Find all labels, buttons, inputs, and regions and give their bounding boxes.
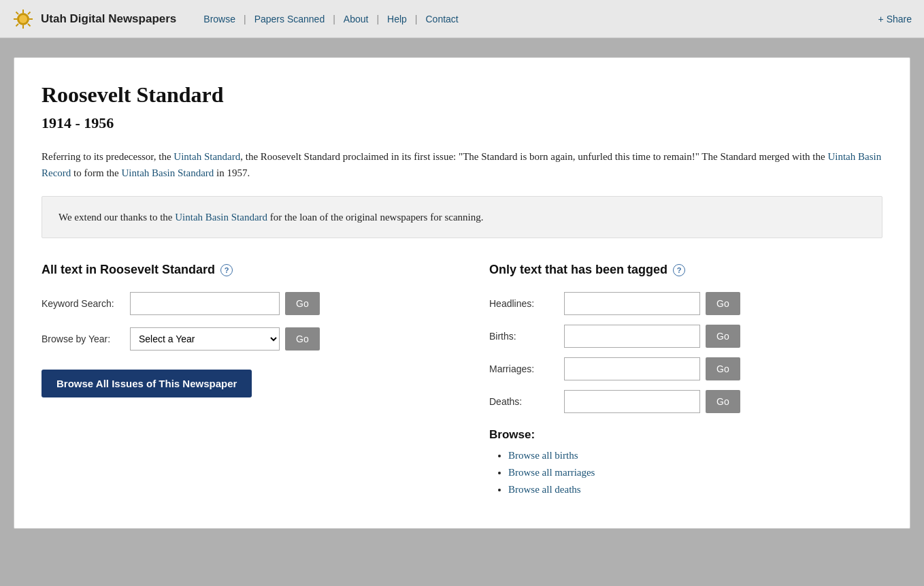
left-help-icon[interactable]: ? [220, 264, 233, 276]
marriages-row: Marriages: Go [489, 357, 882, 380]
deaths-label: Deaths: [489, 396, 564, 407]
year-row: Browse by Year: Select a Year 1914191519… [42, 327, 435, 351]
browse-marriages-link[interactable]: Browse all marriages [508, 467, 595, 478]
year-select[interactable]: Select a Year 19141915191619171918191919… [130, 327, 280, 351]
desc-part3: to form the [71, 167, 121, 178]
keyword-go-button[interactable]: Go [285, 292, 320, 315]
uintah-basin-standard-link1[interactable]: Uintah Basin Standard [121, 167, 214, 178]
newspaper-title: Roosevelt Standard [42, 82, 882, 108]
browse-list: Browse all births Browse all marriages B… [489, 450, 882, 495]
site-title: Utah Digital Newspapers [41, 12, 176, 26]
nav-browse[interactable]: Browse [197, 14, 242, 25]
deaths-row: Deaths: Go [489, 390, 882, 413]
headlines-go-button[interactable]: Go [706, 292, 740, 315]
year-label: Browse by Year: [42, 333, 130, 344]
browse-deaths-link[interactable]: Browse all deaths [508, 484, 581, 495]
headlines-label: Headlines: [489, 298, 564, 309]
nav-sep-2: | [331, 14, 337, 25]
nav-about[interactable]: About [337, 14, 376, 25]
site-header: Utah Digital Newspapers Browse | Papers … [0, 0, 924, 38]
right-section-title: Only text that has been tagged ? [489, 263, 882, 277]
logo-icon [12, 8, 34, 30]
newspaper-description: Referring to its predecessor, the Uintah… [42, 148, 882, 181]
marriages-go-button[interactable]: Go [706, 357, 740, 380]
nav-sep-1: | [242, 14, 248, 25]
births-row: Births: Go [489, 325, 882, 348]
nav-help[interactable]: Help [380, 14, 414, 25]
svg-point-1 [19, 15, 27, 23]
thanks-part1: We extend our thanks to the [59, 212, 175, 223]
list-item: Browse all deaths [508, 484, 882, 495]
marriages-label: Marriages: [489, 363, 564, 374]
year-go-button[interactable]: Go [285, 327, 320, 351]
svg-line-7 [28, 24, 31, 27]
deaths-input[interactable] [564, 390, 700, 413]
list-item: Browse all marriages [508, 467, 882, 478]
births-label: Births: [489, 331, 564, 342]
nav-contact[interactable]: Contact [419, 14, 465, 25]
births-input[interactable] [564, 325, 700, 348]
svg-line-6 [16, 12, 19, 14]
page-wrapper: Roosevelt Standard 1914 - 1956 Referring… [0, 38, 924, 548]
thanks-link[interactable]: Uintah Basin Standard [175, 212, 267, 223]
keyword-row: Keyword Search: Go [42, 292, 435, 315]
logo-link[interactable]: Utah Digital Newspapers [12, 8, 176, 30]
left-search-section: All text in Roosevelt Standard ? Keyword… [42, 263, 462, 501]
left-section-title: All text in Roosevelt Standard ? [42, 263, 435, 277]
right-title-text: Only text that has been tagged [489, 263, 667, 277]
browse-section-label: Browse: [489, 428, 882, 442]
deaths-go-button[interactable]: Go [706, 390, 740, 413]
headlines-row: Headlines: Go [489, 292, 882, 315]
share-button[interactable]: + Share [878, 14, 912, 25]
marriages-input[interactable] [564, 357, 700, 380]
keyword-input[interactable] [130, 292, 280, 315]
headlines-input[interactable] [564, 292, 700, 315]
nav-sep-4: | [414, 14, 419, 25]
desc-part1: Referring to its predecessor, the [42, 151, 174, 162]
desc-part4: in 1957. [214, 167, 250, 178]
search-areas: All text in Roosevelt Standard ? Keyword… [42, 263, 882, 501]
svg-line-8 [28, 12, 31, 14]
thanks-box: We extend our thanks to the Uintah Basin… [42, 196, 882, 238]
left-title-text: All text in Roosevelt Standard [42, 263, 215, 277]
births-go-button[interactable]: Go [706, 325, 740, 348]
right-search-section: Only text that has been tagged ? Headlin… [462, 263, 882, 501]
list-item: Browse all births [508, 450, 882, 461]
main-nav: Browse | Papers Scanned | About | Help |… [197, 14, 465, 25]
browse-section: Browse: Browse all births Browse all mar… [489, 428, 882, 495]
newspaper-years: 1914 - 1956 [42, 114, 882, 132]
svg-line-9 [16, 24, 19, 27]
browse-births-link[interactable]: Browse all births [508, 450, 578, 461]
thanks-part2: for the loan of the original newspapers … [267, 212, 483, 223]
nav-papers-scanned[interactable]: Papers Scanned [248, 14, 332, 25]
keyword-label: Keyword Search: [42, 298, 130, 309]
browse-all-issues-button[interactable]: Browse All Issues of This Newspaper [42, 370, 252, 397]
uintah-standard-link[interactable]: Uintah Standard [174, 151, 240, 162]
nav-sep-3: | [375, 14, 380, 25]
desc-part2: , the Roosevelt Standard proclaimed in i… [240, 151, 827, 162]
content-card: Roosevelt Standard 1914 - 1956 Referring… [14, 57, 910, 529]
right-help-icon[interactable]: ? [673, 264, 685, 276]
